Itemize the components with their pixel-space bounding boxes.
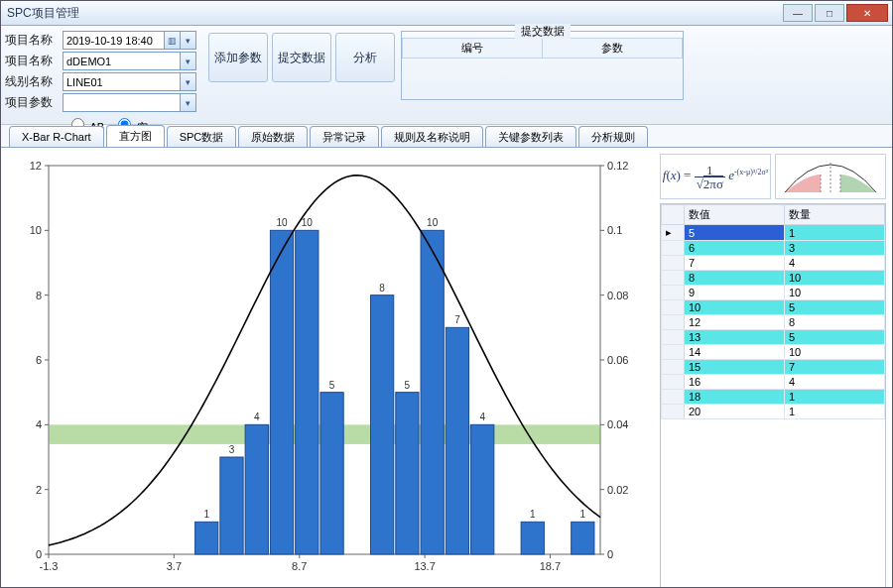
input-project-name[interactable]: dDEMO1 ▾ [63, 52, 196, 70]
table-row[interactable]: 63 [662, 241, 885, 256]
submit-table: 编号 参数 [402, 38, 683, 59]
svg-text:1: 1 [580, 509, 586, 520]
formula-box: f(x) = 1√2πσ e-(x-μ)²/2σ² [660, 154, 771, 199]
svg-rect-48 [296, 230, 319, 554]
titlebar: SPC项目管理 — □ ✕ [1, 1, 892, 26]
svg-text:7: 7 [454, 314, 460, 325]
svg-rect-60 [471, 424, 494, 554]
chevron-down-icon[interactable]: ▾ [180, 32, 195, 49]
svg-text:4: 4 [36, 418, 42, 430]
svg-text:5: 5 [329, 380, 335, 391]
add-param-button[interactable]: 添加参数 [208, 33, 268, 82]
svg-text:0.02: 0.02 [607, 484, 628, 496]
svg-rect-52 [371, 295, 394, 554]
table-row[interactable]: ▸51 [662, 225, 885, 241]
tab-bar: X-Bar R-Chart直方图SPC数据原始数据异常记录规则及名称说明关键参数… [1, 125, 892, 148]
svg-text:3: 3 [229, 444, 235, 455]
table-row[interactable]: 135 [662, 330, 885, 345]
svg-text:10: 10 [302, 217, 314, 228]
table-row[interactable]: 201 [662, 405, 885, 419]
label-project-param: 项目参数 [5, 93, 61, 112]
toolbar: 项目名称 2019-10-19 18:40 ▥ ▾ 项目名称 dDEMO1 ▾ … [1, 26, 892, 125]
input-project-param[interactable]: ▾ [63, 93, 196, 112]
svg-rect-56 [421, 230, 444, 554]
svg-text:0.06: 0.06 [607, 354, 628, 366]
chart-panel: -1.33.78.713.718.702468101200.020.040.06… [1, 148, 656, 588]
svg-text:0.1: 0.1 [607, 224, 622, 236]
tab-2[interactable]: SPC数据 [167, 126, 237, 147]
svg-text:4: 4 [479, 412, 485, 422]
svg-text:3.7: 3.7 [167, 560, 182, 572]
svg-rect-50 [320, 393, 343, 554]
svg-text:10: 10 [427, 217, 439, 228]
app-window: SPC项目管理 — □ ✕ 项目名称 2019-10-19 18:40 ▥ ▾ … [0, 0, 893, 588]
window-title: SPC项目管理 [5, 5, 781, 22]
tab-0[interactable]: X-Bar R-Chart [9, 126, 104, 147]
maximize-button[interactable]: □ [815, 4, 844, 22]
input-line-name[interactable]: LINE01 ▾ [63, 72, 196, 91]
histogram-chart: -1.33.78.713.718.702468101200.020.040.06… [9, 156, 644, 582]
svg-text:1: 1 [530, 509, 536, 520]
svg-text:6: 6 [36, 354, 42, 366]
chevron-down-icon[interactable]: ▾ [180, 73, 195, 90]
svg-text:0: 0 [607, 548, 613, 560]
input-project-date[interactable]: 2019-10-19 18:40 ▥ ▾ [63, 31, 196, 50]
svg-text:0: 0 [36, 548, 42, 560]
svg-text:18.7: 18.7 [540, 560, 561, 572]
table-row[interactable]: 105 [662, 300, 885, 315]
svg-text:8: 8 [36, 290, 42, 301]
svg-rect-64 [572, 522, 594, 554]
svg-rect-54 [396, 393, 419, 554]
data-grid[interactable]: 数值数量▸51637481091010512813514101571641812… [660, 203, 886, 588]
tab-5[interactable]: 规则及名称说明 [381, 126, 483, 147]
label-project-date: 项目名称 [5, 31, 61, 50]
chevron-down-icon[interactable]: ▾ [180, 53, 195, 69]
tab-4[interactable]: 异常记录 [310, 126, 379, 147]
analyze-button[interactable]: 分析 [335, 33, 395, 82]
table-row[interactable]: 164 [662, 375, 885, 390]
svg-rect-40 [195, 522, 218, 554]
table-row[interactable]: 910 [662, 286, 885, 300]
tab-7[interactable]: 分析规则 [578, 126, 648, 147]
chevron-down-icon[interactable]: ▾ [180, 94, 195, 111]
label-line-name: 线别名称 [5, 72, 61, 91]
svg-text:8: 8 [379, 283, 385, 294]
submit-panel-legend: 提交数据 [515, 24, 571, 39]
calendar-icon[interactable]: ▥ [164, 32, 180, 49]
minimize-button[interactable]: — [783, 4, 813, 22]
form-grid: 项目名称 2019-10-19 18:40 ▥ ▾ 项目名称 dDEMO1 ▾ … [5, 31, 196, 112]
svg-rect-44 [245, 424, 268, 554]
svg-text:8.7: 8.7 [292, 560, 307, 572]
tab-1[interactable]: 直方图 [106, 125, 165, 147]
svg-text:0.08: 0.08 [607, 290, 628, 301]
svg-text:-1.3: -1.3 [40, 560, 59, 572]
table-row[interactable]: 810 [662, 271, 885, 286]
submit-data-button[interactable]: 提交数据 [272, 33, 331, 82]
content-area: -1.33.78.713.718.702468101200.020.040.06… [1, 148, 892, 588]
svg-text:10: 10 [30, 224, 42, 236]
tab-6[interactable]: 关键参数列表 [485, 126, 576, 147]
table-row[interactable]: 157 [662, 360, 885, 375]
svg-text:5: 5 [405, 380, 411, 391]
svg-rect-62 [521, 522, 544, 554]
svg-rect-46 [270, 230, 293, 554]
svg-text:0.12: 0.12 [607, 160, 628, 172]
close-button[interactable]: ✕ [846, 4, 888, 22]
submit-col-id: 编号 [403, 39, 543, 59]
label-project-name: 项目名称 [5, 52, 61, 70]
svg-text:12: 12 [30, 160, 42, 172]
submit-panel: 提交数据 编号 参数 [401, 31, 684, 100]
side-panel: f(x) = 1√2πσ e-(x-μ)²/2σ² 数值数量▸516374810… [656, 148, 892, 588]
svg-text:13.7: 13.7 [414, 560, 435, 572]
table-row[interactable]: 128 [662, 315, 885, 330]
table-row[interactable]: 1410 [662, 345, 885, 360]
svg-text:2: 2 [36, 484, 42, 496]
submit-col-param: 参数 [543, 39, 683, 59]
tab-3[interactable]: 原始数据 [238, 126, 308, 147]
table-row[interactable]: 74 [662, 256, 885, 271]
svg-text:1: 1 [203, 509, 209, 520]
svg-rect-58 [446, 327, 468, 554]
svg-rect-42 [220, 457, 243, 554]
table-row[interactable]: 181 [662, 390, 885, 405]
svg-text:0.04: 0.04 [607, 418, 628, 430]
